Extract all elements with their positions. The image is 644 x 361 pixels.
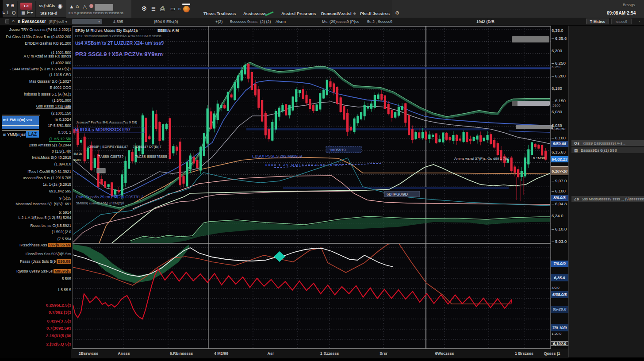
svg-text:PR3 SSGL9 i X5A PCZVs 9Y9sm: PR3 SSGL9 i X5A PCZVs 9Y9sm xyxy=(75,51,163,58)
svg-text:6.1M98: 6.1M98 xyxy=(533,156,545,160)
svg-text:6BIIPG8I9D: 6BIIPG8I9D xyxy=(387,192,408,196)
svg-text:7A889 G8878?: 7A889 G8878? xyxy=(98,154,123,159)
svg-text:G998P | EDRPSYE88,87: G998P | EDRPSYE88,87 xyxy=(88,145,128,149)
svg-text:EBIIII/s A M: EBIIII/s A M xyxy=(157,28,179,33)
svg-text:5M889) rsmm8d 5M sf EM(2)0: 5M889) rsmm8d 5M sf EM(2)0 xyxy=(76,201,124,205)
svg-text:M IRX4,s MDRSS3G8 E97: M IRX4,s MDRSS3G8 E97 xyxy=(75,127,130,132)
svg-text:us4 XSBsm ts 2T LUZUZR X24- um: us4 XSBsm ts 2T LUZUZR X24- um sss9 xyxy=(75,40,164,46)
svg-text:7(D98887 D7(E(I7: 7(D98887 D7(E(I7 xyxy=(133,145,161,149)
svg-text:Amms wsnsl 57(P)s, Os-d99 1 7(: Amms wsnsl 57(P)s, Os-d99 1 7(b) xyxy=(454,157,510,161)
svg-text:8888 s 2V MMTE788 9 ss 78 878: 8888 s 2V MMTE788 9 ss 78 878 xyxy=(265,163,344,167)
svg-text:EBSO! PSSES 292,M92959: EBSO! PSSES 292,M92959 xyxy=(252,154,302,158)
svg-text:1M05919: 1M05919 xyxy=(329,148,346,152)
svg-text:EPSE sremmsnssmsnts s ksssssss: EPSE sremmsnssmsnts s ksssssss-S A fsw S… xyxy=(75,35,161,38)
svg-text:7kC88 I8888?B888: 7kC88 I8888?B888 xyxy=(135,154,167,159)
svg-text:BR9y M Rfd ws Msses Ety EspM2): BR9y M Rfd ws Msses Ety EspM2)i xyxy=(75,28,138,33)
svg-text:Pras Onss8s 29 rm EM(2)9 G9ST9: Pras Onss8s 29 rm EM(2)9 G9ST91 2 xyxy=(76,195,144,199)
svg-text:4M49: 4M49 xyxy=(73,158,81,161)
svg-text:4M 2k: 4M 2k xyxy=(73,152,82,155)
svg-text:Jssnsse7 Fse7ss 9HL Asssssss7s: Jssnsse7 Fse7ss 9HL Asssssss7ss 9 D8) xyxy=(76,120,138,124)
